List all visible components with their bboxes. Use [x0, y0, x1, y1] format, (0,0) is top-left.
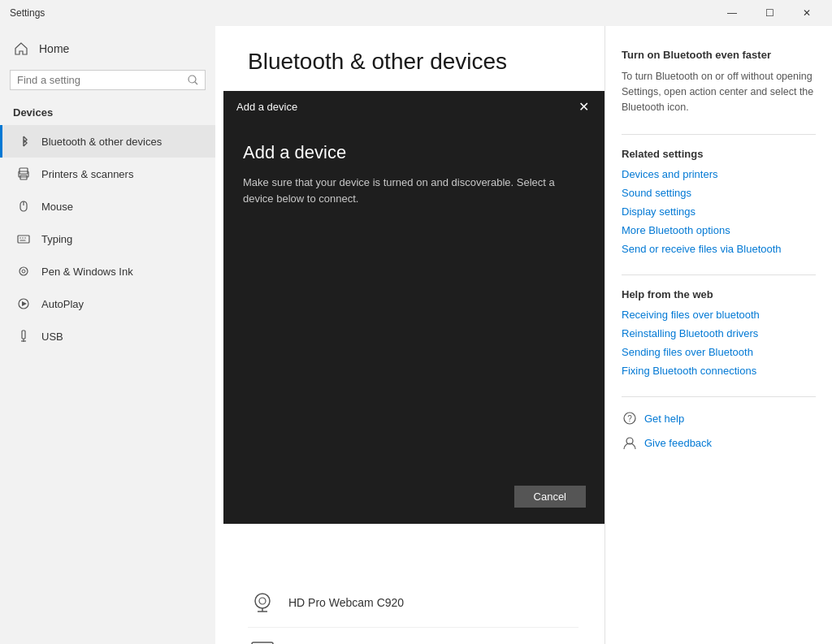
- app-body: Home Devices Bluetooth & other devices: [0, 26, 832, 644]
- help-section: Help from the web Receiving files over b…: [622, 288, 816, 377]
- feedback-icon: [622, 434, 638, 451]
- app-title: Settings: [10, 7, 45, 19]
- dialog-footer: Cancel: [223, 476, 604, 524]
- device-list: HD Pro Webcam C920 MSI MAG271CQR: [248, 578, 578, 644]
- sidebar-item-pen-label: Pen & Windows Ink: [41, 266, 133, 278]
- title-bar: Settings — ☐ ✕: [0, 0, 832, 26]
- sidebar-item-bluetooth-label: Bluetooth & other devices: [41, 136, 162, 148]
- svg-marker-15: [22, 301, 27, 306]
- link-sending-bluetooth[interactable]: Sending files over Bluetooth: [622, 346, 816, 358]
- link-reinstalling-bluetooth[interactable]: Reinstalling Bluetooth drivers: [622, 327, 816, 339]
- typing-icon: [15, 231, 32, 247]
- home-icon: [13, 41, 29, 57]
- dialog-title: Add a device: [236, 101, 297, 113]
- sidebar-item-home[interactable]: Home: [0, 32, 215, 65]
- dialog-body: Add a device Make sure that your device …: [223, 123, 604, 232]
- divider-2: [622, 274, 816, 275]
- right-panel: Turn on Bluetooth even faster To turn Bl…: [604, 26, 832, 644]
- svg-rect-16: [22, 331, 25, 339]
- sidebar-item-printers-label: Printers & scanners: [41, 168, 133, 180]
- pen-icon: [15, 263, 32, 279]
- dialog-device-list: [223, 232, 604, 476]
- minimize-button[interactable]: —: [713, 0, 751, 26]
- sidebar-item-typing[interactable]: Typing: [0, 223, 215, 255]
- close-button[interactable]: ✕: [788, 0, 826, 26]
- get-help-icon: ?: [622, 410, 638, 426]
- monitor-icon: [248, 638, 277, 644]
- add-device-dialog: Add a device ✕ Add a device Make sure th…: [223, 91, 604, 524]
- sidebar-item-usb-label: USB: [41, 331, 63, 343]
- faster-title: Turn on Bluetooth even faster: [622, 49, 816, 61]
- get-help-label: Get help: [644, 413, 684, 425]
- sidebar-item-autoplay[interactable]: AutoPlay: [0, 287, 215, 320]
- device-item-monitor: MSI MAG271CQR: [248, 628, 578, 644]
- dialog-cancel-button[interactable]: Cancel: [514, 486, 586, 508]
- page-title: Bluetooth & other devices: [248, 49, 578, 75]
- link-fixing-bluetooth[interactable]: Fixing Bluetooth connections: [622, 365, 816, 377]
- svg-text:?: ?: [627, 414, 632, 423]
- sidebar: Home Devices Bluetooth & other devices: [0, 26, 215, 644]
- search-icon: [188, 75, 198, 85]
- window-controls: — ☐ ✕: [713, 0, 826, 26]
- related-settings-section: Related settings Devices and printers So…: [622, 148, 816, 255]
- divider-1: [622, 134, 816, 135]
- sidebar-item-autoplay-label: AutoPlay: [41, 298, 84, 310]
- sidebar-item-printers[interactable]: Printers & scanners: [0, 158, 215, 190]
- device-item-webcam: HD Pro Webcam C920: [248, 578, 578, 628]
- svg-point-20: [259, 598, 266, 604]
- dialog-description: Make sure that your device is turned on …: [243, 175, 586, 206]
- bluetooth-icon: [15, 133, 32, 149]
- sidebar-section-devices: Devices: [0, 103, 215, 125]
- get-help-action[interactable]: ? Get help: [622, 410, 816, 426]
- link-receiving-bluetooth[interactable]: Receiving files over bluetooth: [622, 309, 816, 321]
- svg-point-0: [188, 76, 196, 83]
- dialog-heading: Add a device: [243, 142, 586, 163]
- device-name-webcam: HD Pro Webcam C920: [288, 596, 404, 609]
- help-title: Help from the web: [622, 288, 816, 300]
- sidebar-item-mouse-label: Mouse: [41, 201, 73, 213]
- webcam-icon: [248, 588, 277, 617]
- link-sound-settings[interactable]: Sound settings: [622, 187, 816, 199]
- faster-section: Turn on Bluetooth even faster To turn Bl…: [622, 49, 816, 115]
- search-box[interactable]: [10, 70, 206, 90]
- sidebar-item-pen[interactable]: Pen & Windows Ink: [0, 255, 215, 287]
- autoplay-icon: [15, 296, 32, 312]
- faster-text: To turn Bluetooth on or off without open…: [622, 69, 816, 115]
- link-display-settings[interactable]: Display settings: [622, 205, 816, 218]
- usb-icon: [15, 328, 32, 344]
- mouse-icon: [15, 198, 32, 214]
- home-label: Home: [39, 42, 69, 55]
- give-feedback-action[interactable]: Give feedback: [622, 434, 816, 451]
- sidebar-item-typing-label: Typing: [41, 233, 72, 245]
- search-input[interactable]: [17, 74, 183, 86]
- printer-icon: [15, 166, 32, 182]
- svg-point-12: [20, 267, 28, 275]
- link-devices-printers[interactable]: Devices and printers: [622, 168, 816, 180]
- svg-line-1: [195, 82, 197, 84]
- related-settings-title: Related settings: [622, 148, 816, 160]
- sidebar-item-bluetooth[interactable]: Bluetooth & other devices: [0, 125, 215, 158]
- svg-point-19: [255, 594, 270, 608]
- dialog-close-button[interactable]: ✕: [575, 99, 592, 115]
- main-content: Bluetooth & other devices + Add Bluetoot…: [215, 26, 604, 644]
- link-more-bluetooth[interactable]: More Bluetooth options: [622, 224, 816, 236]
- sidebar-item-usb[interactable]: USB: [0, 320, 215, 352]
- divider-3: [622, 396, 816, 397]
- maximize-button[interactable]: ☐: [751, 0, 788, 26]
- svg-point-13: [22, 270, 25, 273]
- svg-rect-7: [18, 236, 29, 243]
- dialog-titlebar: Add a device ✕: [223, 91, 604, 123]
- give-feedback-label: Give feedback: [644, 437, 712, 449]
- link-send-receive[interactable]: Send or receive files via Bluetooth: [622, 243, 816, 255]
- sidebar-item-mouse[interactable]: Mouse: [0, 190, 215, 223]
